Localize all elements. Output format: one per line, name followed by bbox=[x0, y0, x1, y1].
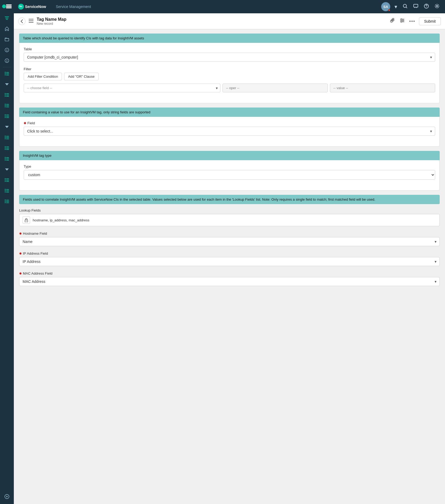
required-star-mac: ✱ bbox=[19, 272, 22, 275]
table-select-wrapper: Computer [cmdb_ci_computer] bbox=[24, 53, 435, 62]
svg-point-79 bbox=[401, 21, 402, 22]
svg-rect-4 bbox=[5, 38, 9, 41]
lock-icon bbox=[23, 216, 30, 224]
sidebar-item-list7[interactable] bbox=[2, 154, 12, 164]
type-label: Type bbox=[24, 164, 435, 168]
back-button[interactable] bbox=[18, 18, 26, 25]
lookup-value: hostname, ip_address, mac_address bbox=[33, 218, 89, 222]
field-label: ✱ Field bbox=[24, 121, 435, 125]
topnav-app-name: Service Management bbox=[56, 5, 91, 9]
help-icon[interactable] bbox=[423, 2, 430, 11]
hostname-select[interactable]: Name bbox=[19, 237, 440, 246]
svg-rect-26 bbox=[6, 107, 9, 107]
sidebar-item-folder[interactable] bbox=[2, 35, 12, 44]
hostname-select-wrapper: Name bbox=[19, 237, 440, 246]
svg-point-8 bbox=[7, 60, 7, 60]
table-select[interactable]: Computer [cmdb_ci_computer] bbox=[24, 53, 435, 62]
svg-rect-56 bbox=[6, 181, 9, 182]
sidebar-item-list4[interactable] bbox=[2, 111, 12, 121]
type-select[interactable]: custom criticality location owner bbox=[24, 170, 435, 180]
svg-rect-12 bbox=[6, 73, 9, 74]
svg-rect-14 bbox=[6, 75, 9, 75]
svg-rect-24 bbox=[6, 105, 9, 106]
field-group: ✱ Field Click to select... bbox=[24, 121, 435, 136]
svg-rect-44 bbox=[6, 149, 9, 150]
sidebar-item-list2[interactable] bbox=[2, 90, 12, 100]
mac-label: ✱ MAC Address Field bbox=[19, 271, 440, 275]
svg-rect-10 bbox=[6, 72, 9, 73]
page-subtitle: New record bbox=[37, 22, 386, 26]
svg-rect-46 bbox=[6, 157, 9, 158]
paperclip-icon[interactable] bbox=[389, 17, 396, 25]
ip-group: ✱ IP Address Field IP Address bbox=[19, 251, 440, 266]
filter-value-input bbox=[330, 84, 435, 92]
chat-icon[interactable] bbox=[412, 2, 419, 11]
svg-rect-23 bbox=[5, 105, 6, 106]
svg-rect-37 bbox=[5, 138, 6, 139]
settings-icon[interactable] bbox=[433, 2, 441, 11]
sidebar-item-info1[interactable] bbox=[2, 45, 12, 55]
svg-rect-17 bbox=[5, 94, 6, 95]
submit-button[interactable]: Submit bbox=[419, 17, 441, 25]
search-icon[interactable] bbox=[401, 2, 409, 11]
sidebar-item-nav1[interactable] bbox=[2, 80, 12, 89]
ip-label: ✱ IP Address Field bbox=[19, 251, 440, 255]
svg-rect-11 bbox=[5, 73, 6, 74]
required-star-hostname: ✱ bbox=[19, 232, 22, 236]
topnav-dropdown-icon[interactable]: ▾ bbox=[393, 2, 398, 11]
main-wrapper: ServiceNow Service Management SA ▾ bbox=[14, 0, 445, 504]
sidebar-item-list8[interactable] bbox=[2, 175, 12, 185]
page-header-actions: ••• Submit bbox=[389, 17, 441, 25]
field-select[interactable]: Click to select... bbox=[24, 127, 435, 136]
sidebar-item-list6[interactable] bbox=[2, 143, 12, 153]
svg-rect-1 bbox=[6, 5, 12, 6]
svg-rect-48 bbox=[6, 159, 9, 159]
svg-rect-19 bbox=[5, 96, 6, 97]
svg-rect-36 bbox=[6, 137, 9, 138]
page-title-group: Tag Name Map New record bbox=[37, 17, 386, 26]
sidebar-item-nav3[interactable] bbox=[2, 165, 12, 174]
sidebar-item-info2[interactable] bbox=[2, 56, 12, 65]
sidebar-item-filter[interactable] bbox=[2, 13, 12, 23]
mac-select[interactable]: MAC Address bbox=[19, 277, 440, 286]
sidebar-item-home[interactable] bbox=[2, 24, 12, 34]
filter-field-wrapper: -- choose field -- bbox=[24, 84, 220, 92]
svg-rect-20 bbox=[6, 96, 9, 97]
menu-icon[interactable] bbox=[29, 18, 33, 24]
sidebar-item-play[interactable] bbox=[2, 492, 12, 501]
topnav-actions: SA ▾ bbox=[381, 2, 441, 11]
filter-buttons: Add Filter Condition Add "OR" Clause bbox=[24, 73, 435, 80]
svg-rect-47 bbox=[5, 158, 6, 159]
add-or-clause-button[interactable]: Add "OR" Clause bbox=[64, 73, 99, 80]
sidebar-item-list10[interactable] bbox=[2, 197, 12, 206]
sidebar-item-nav2[interactable] bbox=[2, 122, 12, 132]
add-filter-condition-button[interactable]: Add Filter Condition bbox=[24, 73, 62, 80]
hostname-label: ✱ Hostname Field bbox=[19, 232, 440, 236]
field-select-wrapper: Click to select... bbox=[24, 127, 435, 136]
svg-rect-38 bbox=[6, 139, 9, 139]
page-title: Tag Name Map bbox=[37, 17, 386, 22]
svg-rect-53 bbox=[5, 180, 6, 180]
lookup-section: Fields used to correlate InsightVM asset… bbox=[19, 195, 440, 286]
svg-rect-50 bbox=[6, 160, 9, 160]
sidebar-item-list9[interactable] bbox=[2, 186, 12, 196]
svg-rect-25 bbox=[5, 106, 6, 107]
sidebar-item-list1[interactable] bbox=[2, 69, 12, 79]
svg-rect-59 bbox=[5, 190, 6, 191]
topnav-avatar[interactable]: SA bbox=[381, 2, 390, 11]
svg-rect-57 bbox=[5, 189, 6, 190]
sidebar-item-list3[interactable] bbox=[2, 101, 12, 110]
mac-group: ✱ MAC Address Field MAC Address bbox=[19, 271, 440, 286]
sliders-icon[interactable] bbox=[399, 17, 406, 25]
ip-select[interactable]: IP Address bbox=[19, 257, 440, 266]
filter-field-select[interactable]: -- choose field -- bbox=[24, 84, 220, 92]
lookup-fields-label: Lookup Fields bbox=[19, 208, 440, 212]
svg-rect-54 bbox=[6, 180, 9, 180]
sidebar-item-list5[interactable] bbox=[2, 133, 12, 142]
svg-rect-29 bbox=[5, 116, 6, 117]
svg-point-76 bbox=[436, 5, 438, 7]
svg-rect-22 bbox=[6, 104, 9, 105]
svg-rect-40 bbox=[6, 147, 9, 147]
svg-rect-61 bbox=[5, 192, 6, 192]
more-actions-icon[interactable]: ••• bbox=[408, 18, 417, 25]
